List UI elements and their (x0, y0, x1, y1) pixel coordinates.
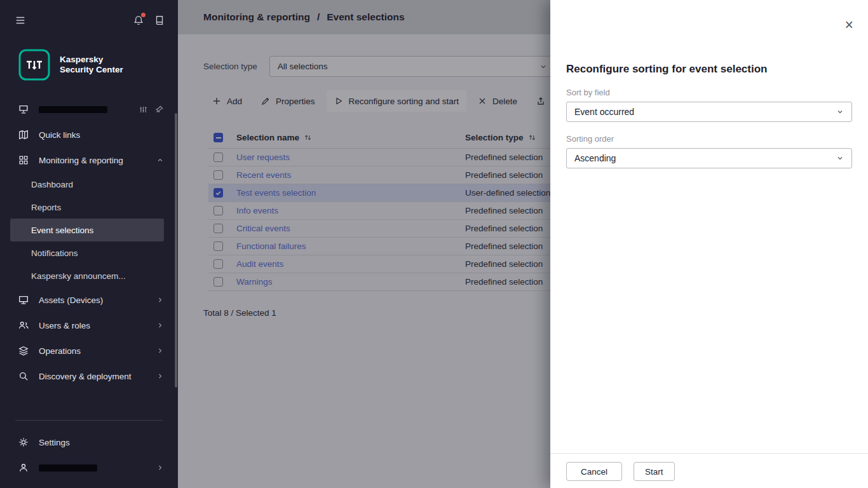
sidebar-item-label: Users & roles (39, 321, 90, 330)
sidebar-item-notifications[interactable]: Notifications (0, 241, 178, 264)
sort-by-field-dropdown[interactable]: Event occurred (566, 102, 852, 122)
help-book-icon[interactable] (154, 15, 165, 26)
chevron-right-icon (156, 372, 164, 380)
sidebar-scrollbar[interactable] (175, 113, 177, 388)
sorting-order-value: Ascending (574, 153, 616, 163)
sidebar: Kaspersky Security Center Quick links Mo… (0, 0, 178, 488)
sidebar-item-settings[interactable]: Settings (0, 430, 178, 455)
sidebar-bottom: Settings (0, 411, 178, 488)
sidebar-top-bar (0, 0, 178, 41)
users-icon (18, 320, 29, 331)
close-icon[interactable]: × (845, 18, 853, 32)
notification-badge (141, 13, 146, 17)
chevron-down-icon (836, 108, 844, 116)
layers-icon (18, 345, 29, 356)
chevron-down-icon (836, 154, 844, 162)
sidebar-item-server[interactable] (0, 97, 178, 122)
panel-body: Reconfigure sorting for event selection … (550, 0, 868, 168)
sidebar-subitem-label: Reports (31, 203, 61, 212)
gear-icon (18, 437, 29, 448)
grid-icon (18, 154, 29, 166)
logo-line1: Kaspersky (60, 55, 123, 65)
sidebar-item-discovery-deployment[interactable]: Discovery & deployment (0, 363, 178, 389)
sidebar-item-label: Quick links (39, 130, 80, 140)
sidebar-item-reports[interactable]: Reports (0, 196, 178, 219)
chevron-right-icon (156, 296, 164, 304)
sidebar-item-assets-devices[interactable]: Assets (Devices) (0, 287, 178, 313)
hamburger-menu-icon[interactable] (15, 15, 26, 26)
server-name-redacted (39, 106, 107, 113)
app-logo: Kaspersky Security Center (0, 41, 178, 97)
sidebar-nav: Quick links Monitoring & reporting Dashb… (0, 97, 178, 389)
sidebar-subitem-label: Dashboard (31, 180, 73, 189)
monitor-icon (18, 294, 29, 306)
panel-title: Reconfigure sorting for event selection (566, 63, 852, 76)
sort-by-field-label: Sort by field (566, 88, 852, 97)
sliders-icon[interactable] (139, 105, 148, 114)
sorting-order-label: Sorting order (566, 134, 852, 144)
sidebar-divider (15, 420, 163, 421)
sidebar-item-label: Operations (39, 346, 81, 356)
app-window: Kaspersky Security Center Quick links Mo… (0, 0, 868, 488)
sidebar-item-event-selections[interactable]: Event selections (10, 219, 164, 241)
sidebar-subitem-label: Notifications (31, 248, 78, 258)
sidebar-subitem-label: Event selections (31, 226, 93, 235)
server-icon (18, 104, 29, 115)
sidebar-item-users-roles[interactable]: Users & roles (0, 313, 178, 338)
user-icon (18, 462, 29, 473)
username-redacted (39, 464, 97, 471)
reconfigure-sorting-panel: × Reconfigure sorting for event selectio… (550, 0, 868, 488)
sort-by-field-value: Event occurred (574, 107, 634, 117)
sidebar-subitem-label: Kaspersky announcem... (31, 271, 126, 281)
kaspersky-logo-icon (18, 48, 51, 81)
sidebar-item-label: Monitoring & reporting (39, 156, 123, 165)
panel-footer: Cancel Start (550, 453, 868, 488)
search-icon (18, 370, 29, 382)
notifications-bell-icon[interactable] (133, 15, 144, 26)
sidebar-item-label: Assets (Devices) (39, 295, 103, 305)
pin-icon[interactable] (154, 105, 164, 114)
sidebar-item-user-account[interactable] (0, 455, 178, 480)
sidebar-item-operations[interactable]: Operations (0, 338, 178, 363)
chevron-right-icon (156, 464, 164, 471)
modal-dim-overlay[interactable] (178, 0, 550, 488)
chevron-right-icon (156, 322, 164, 329)
sidebar-item-kaspersky-announcements[interactable]: Kaspersky announcem... (0, 264, 178, 287)
sidebar-item-label: Settings (39, 438, 70, 447)
cancel-button[interactable]: Cancel (566, 462, 622, 481)
logo-line2: Security Center (60, 65, 123, 75)
sidebar-item-dashboard[interactable]: Dashboard (0, 173, 178, 196)
chevron-right-icon (156, 347, 164, 355)
start-button[interactable]: Start (634, 462, 675, 481)
sorting-order-dropdown[interactable]: Ascending (566, 148, 852, 168)
map-icon (18, 129, 29, 140)
chevron-up-icon (156, 156, 164, 164)
sidebar-item-quick-links[interactable]: Quick links (0, 122, 178, 147)
sidebar-item-label: Discovery & deployment (39, 372, 132, 381)
sidebar-item-monitoring-reporting[interactable]: Monitoring & reporting (0, 147, 178, 173)
